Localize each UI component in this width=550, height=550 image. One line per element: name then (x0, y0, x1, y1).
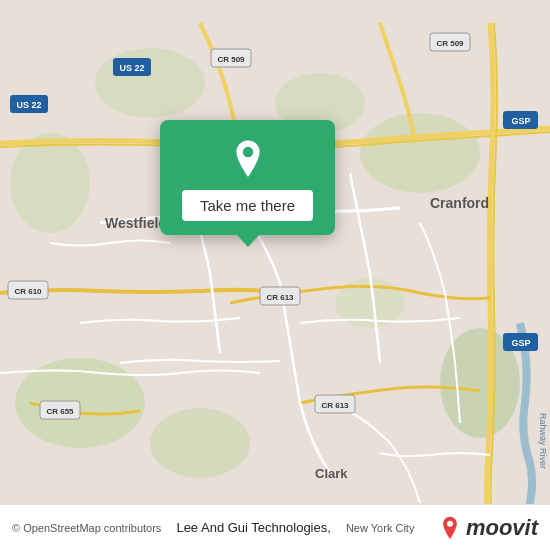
svg-point-2 (150, 408, 250, 478)
copyright-text: © OpenStreetMap contributors (12, 522, 161, 534)
svg-text:Westfield: Westfield (105, 215, 167, 231)
svg-text:CR 509: CR 509 (217, 55, 245, 64)
bottom-info: © OpenStreetMap contributors Lee And Gui… (12, 520, 414, 535)
moovit-pin-icon (438, 516, 462, 540)
popup-card: Take me there (160, 120, 335, 235)
svg-text:US 22: US 22 (16, 100, 41, 110)
svg-point-6 (95, 48, 205, 118)
svg-text:US 22: US 22 (119, 63, 144, 73)
svg-point-33 (242, 147, 253, 158)
svg-text:GSP: GSP (511, 338, 530, 348)
svg-text:CR 610: CR 610 (14, 287, 42, 296)
svg-text:Cranford: Cranford (430, 195, 489, 211)
svg-point-34 (447, 520, 453, 526)
city-text: New York City (346, 522, 414, 534)
svg-point-3 (360, 113, 480, 193)
svg-text:CR 655: CR 655 (46, 407, 74, 416)
moovit-logo: moovit (438, 515, 538, 541)
bottom-bar: © OpenStreetMap contributors Lee And Gui… (0, 504, 550, 550)
map-background: US 22 US 22 CR 509 CR 509 CR 610 CR 613 … (0, 0, 550, 550)
svg-text:GSP: GSP (511, 116, 530, 126)
company-name: Lee And Gui Technologies, (176, 520, 330, 535)
svg-point-7 (10, 133, 90, 233)
svg-rect-0 (0, 23, 550, 527)
svg-text:Clark: Clark (315, 466, 348, 481)
location-pin-icon (227, 138, 269, 180)
moovit-brand-text: moovit (466, 515, 538, 541)
svg-text:CR 509: CR 509 (436, 39, 464, 48)
svg-text:CR 613: CR 613 (321, 401, 349, 410)
take-me-there-button[interactable]: Take me there (182, 190, 313, 221)
map-container: US 22 US 22 CR 509 CR 509 CR 610 CR 613 … (0, 0, 550, 550)
svg-text:CR 613: CR 613 (266, 293, 294, 302)
svg-text:Rahway River: Rahway River (538, 413, 548, 469)
